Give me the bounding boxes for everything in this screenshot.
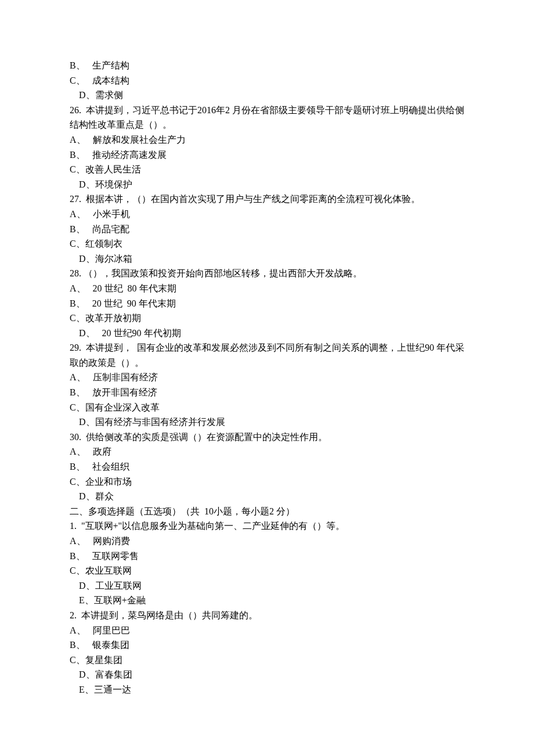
text-line: C、红领制衣 [70, 236, 464, 251]
text-line: A、 政府 [70, 444, 464, 459]
text-line: D、环境保护 [70, 177, 464, 192]
text-line: 27. 根据本讲，（）在国内首次实现了用户与生产线之间零距离的全流程可视化体验。 [70, 192, 464, 207]
text-line: E、三通一达 [70, 682, 464, 697]
text-line: B、 银泰集团 [70, 638, 464, 653]
text-line: A、 阿里巴巴 [70, 623, 464, 638]
text-line: A、 压制非国有经济 [70, 370, 464, 385]
text-line: D、海尔冰箱 [70, 251, 464, 267]
text-line: C、改善人民生活 [70, 162, 464, 177]
text-line: 1. "互联网+"以信息服务业为基础向第一、二产业延伸的有（）等。 [70, 519, 464, 534]
text-line: D、需求侧 [70, 88, 464, 103]
text-line: B、 尚品宅配 [70, 222, 464, 237]
text-line: B、 社会组织 [70, 459, 464, 474]
text-line: A、 20 世纪 80 年代末期 [70, 281, 464, 296]
text-line: B、 放开非国有经济 [70, 385, 464, 400]
text-line: C、农业互联网 [70, 563, 464, 578]
text-line: B、 互联网零售 [70, 549, 464, 564]
text-line: D、富春集团 [70, 667, 464, 682]
document-page: B、 生产结构C、 成本结构D、需求侧26. 本讲提到，习近平总书记于2016年… [0, 0, 534, 755]
text-line: D、 20 世纪90 年代初期 [70, 326, 464, 341]
text-line: A、 解放和发展社会生产力 [70, 132, 464, 147]
text-line: B、 推动经济高速发展 [70, 147, 464, 163]
text-line: C、复星集团 [70, 653, 464, 668]
text-line: C、 成本结构 [70, 73, 464, 88]
text-line: D、工业互联网 [70, 578, 464, 593]
text-line: C、改革开放初期 [70, 311, 464, 326]
text-line: B、 20 世纪 90 年代末期 [70, 296, 464, 311]
text-line: 二、多项选择题（五选项）（共 10小题，每小题2 分） [70, 504, 464, 519]
text-line: 29. 本讲提到， 国有企业的改革和发展必然涉及到不同所有制之间关系的调整，上世… [70, 340, 464, 370]
text-line: 28. （），我国政策和投资开始向西部地区转移，提出西部大开发战略。 [70, 266, 464, 281]
text-line: 26. 本讲提到，习近平总书记于2016年2 月份在省部级主要领导干部专题研讨班… [70, 103, 464, 132]
text-line: C、国有企业深入改革 [70, 400, 464, 415]
text-line: B、 生产结构 [70, 58, 464, 73]
text-line: C、企业和市场 [70, 474, 464, 489]
text-line: 30. 供给侧改革的实质是强调（）在资源配置中的决定性作用。 [70, 430, 464, 445]
text-line: D、国有经济与非国有经济并行发展 [70, 415, 464, 430]
text-line: A、 小米手机 [70, 207, 464, 222]
text-line: A、 网购消费 [70, 534, 464, 549]
text-line: D、群众 [70, 489, 464, 504]
text-line: E、互联网+金融 [70, 593, 464, 608]
text-line: 2. 本讲提到，菜鸟网络是由（）共同筹建的。 [70, 608, 464, 623]
